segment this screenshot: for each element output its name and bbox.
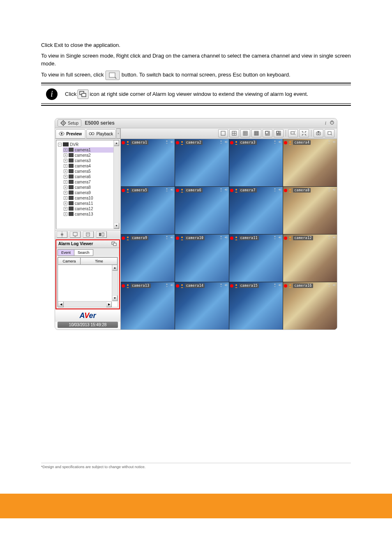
scroll-left-button[interactable]: ◀ [58,302,64,307]
layout-1plus5-button[interactable] [263,129,272,137]
tree-item-label: camera10 [75,196,93,200]
layout-2x2-button[interactable] [229,129,239,137]
camera-tile[interactable]: camera4 [283,139,337,186]
app-header: Setup E5000 series i [55,118,337,128]
tree-item-camera[interactable]: +camera12 [63,206,118,211]
tree-expand-icon[interactable]: + [64,202,67,205]
scroll-up-button[interactable]: ▲ [114,140,119,146]
tree-item-camera[interactable]: +camera2 [63,153,118,158]
tree-item-camera[interactable]: +camera10 [63,195,118,201]
scroll-down-button[interactable]: ▼ [114,223,119,229]
scroll-right-button[interactable]: ▶ [106,302,112,307]
extend-panel-icon[interactable] [111,241,117,246]
camera-tile[interactable]: camera5 [121,187,175,234]
alarm-col-camera[interactable]: Camera [58,258,81,265]
tree-expand-icon[interactable]: + [64,175,67,179]
camera-tile[interactable]: camera2 [175,139,229,186]
tree-expand-icon[interactable]: + [64,159,67,162]
layout-3x3-button[interactable] [240,129,250,137]
person-icon [234,236,238,240]
tree-scrollbar[interactable]: ▲ ▼ [113,140,119,229]
scroll-down-button[interactable]: ▼ [112,295,118,301]
tree-expand-icon[interactable]: + [64,169,67,173]
camera-label: camera8 [293,188,311,193]
tree-item-camera[interactable]: +camera13 [63,211,118,217]
camera-tile[interactable]: camera8 [283,187,337,234]
tree-expand-icon[interactable]: + [64,148,67,152]
record-dot-icon [284,284,287,288]
emap-tool-icon[interactable] [96,231,107,238]
tree-expand-icon[interactable]: + [64,191,67,195]
camera-tile[interactable]: camera3 [229,139,283,186]
tree-item-camera[interactable]: +camera1 [63,147,118,153]
alarm-hscroll[interactable]: ◀ ▶ [58,301,112,307]
camera-tile[interactable]: camera9 [121,234,175,282]
collapse-sidebar-button[interactable]: ‹ [116,128,120,139]
camera-icon [69,185,74,189]
tree-item-camera[interactable]: +camera11 [63,201,118,206]
svg-rect-18 [73,232,77,236]
scroll-up-button[interactable]: ▲ [112,265,118,271]
layout-1plus7-button[interactable] [274,129,284,137]
power-icon[interactable] [330,120,334,126]
monitor-tool-icon[interactable] [70,231,81,238]
autoscan-button[interactable] [288,129,298,137]
fullscreen-toolbar-button[interactable] [325,129,334,137]
layout-4x4-button[interactable] [251,129,261,137]
tree-item-camera[interactable]: +camera7 [63,179,118,185]
camera-icon [69,174,74,179]
tab-preview[interactable]: Preview [55,129,85,139]
svg-point-57 [318,133,319,135]
tree-expand-icon[interactable]: + [64,212,67,216]
device-tree[interactable]: − DVR +camera1+camera2+camera3+camera4+c… [56,140,120,229]
setup-button[interactable]: Setup [58,119,81,127]
motion-icon [327,235,331,239]
svg-point-71 [220,188,221,189]
log-tool-icon[interactable] [83,231,94,238]
expand-button[interactable] [299,129,309,137]
dvr-icon [63,142,69,146]
tree-item-camera[interactable]: +camera3 [63,158,118,163]
layout-1x1-button[interactable] [218,129,228,137]
snapshot-button[interactable] [314,129,323,137]
svg-point-81 [274,236,276,237]
camera-tile[interactable]: camera11 [229,234,283,282]
camera-tile[interactable]: camera10 [175,234,229,282]
tree-item-camera[interactable]: +camera5 [63,169,118,174]
alarm-tab-event[interactable]: Event [58,249,74,256]
tree-expand-icon[interactable]: + [64,153,67,157]
tree-item-camera[interactable]: +camera6 [63,174,118,179]
body-text-fullscreen: To view in full screen, click button. To… [41,70,351,80]
tree-item-label: camera9 [75,190,91,195]
sidebar: Preview Playback ‹ − DVR +camera1+camera… [55,128,121,330]
camera-tile[interactable]: camera15 [229,282,283,330]
camera-tile[interactable]: camera1 [121,139,175,186]
tab-playback[interactable]: Playback [86,129,116,139]
setup-label: Setup [68,121,78,125]
tree-root-dvr[interactable]: − DVR [57,142,118,147]
tree-expand-icon[interactable]: + [64,186,67,189]
camera-tile[interactable]: camera7 [229,187,283,234]
ptz-icon[interactable] [57,231,67,238]
camera-tile[interactable]: camera16 [283,282,337,330]
tree-expand-icon[interactable]: + [64,164,67,168]
tree-item-camera[interactable]: +camera9 [63,190,118,195]
svg-rect-58 [318,131,319,132]
tree-expand-icon[interactable]: + [64,196,67,200]
info-header-icon[interactable]: i [325,120,326,126]
toolbar-separator [311,130,311,137]
camera-tile[interactable]: camera13 [121,282,175,330]
camera-tile[interactable]: camera12 [283,234,337,282]
alarm-vscroll[interactable]: ▲ ▼ [112,265,118,301]
camera-tile[interactable]: camera14 [175,282,229,330]
camera-label: camera7 [239,188,257,193]
alarm-tab-search[interactable]: Search [74,249,93,256]
alarm-col-time[interactable]: Time [81,258,118,265]
tree-collapse-icon[interactable]: − [58,143,62,146]
tree-item-camera[interactable]: +camera4 [63,163,118,169]
tree-expand-icon[interactable]: + [64,180,67,184]
tree-item-camera[interactable]: +camera8 [63,185,118,190]
camera-tile[interactable]: camera6 [175,187,229,234]
tree-expand-icon[interactable]: + [64,207,67,211]
tree-item-label: camera4 [75,164,91,168]
